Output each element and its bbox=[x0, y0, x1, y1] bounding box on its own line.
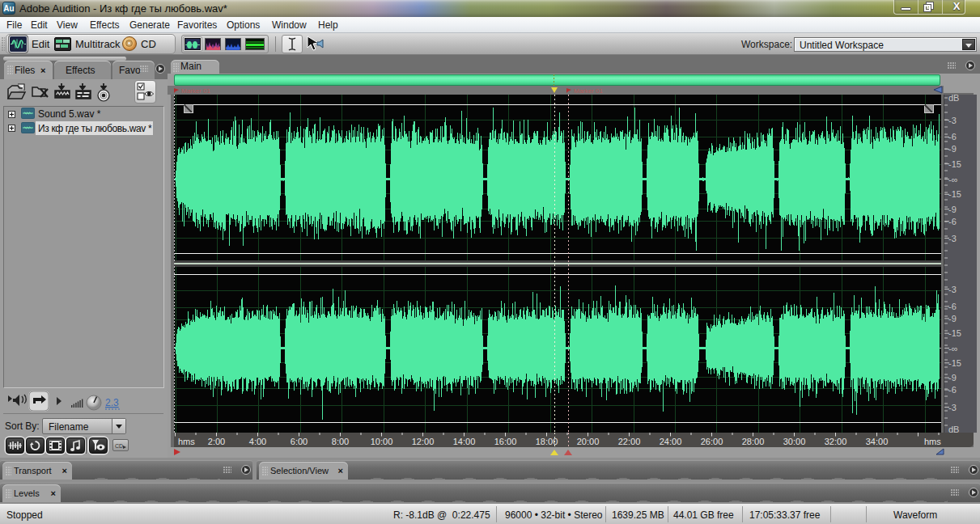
svg-text:-6: -6 bbox=[948, 302, 957, 311]
svg-text:32:00: 32:00 bbox=[825, 437, 847, 446]
svg-text:34:00: 34:00 bbox=[866, 437, 889, 446]
svg-text:-∞: -∞ bbox=[948, 344, 958, 353]
svg-text:16:00: 16:00 bbox=[494, 437, 517, 446]
svg-text:10:00: 10:00 bbox=[371, 437, 393, 446]
svg-text:-3: -3 bbox=[948, 403, 957, 412]
svg-text:-15: -15 bbox=[948, 358, 961, 368]
svg-text:26:00: 26:00 bbox=[701, 437, 723, 446]
svg-text:20:00: 20:00 bbox=[577, 437, 600, 446]
svg-text:hms: hms bbox=[178, 437, 195, 446]
svg-text:-6: -6 bbox=[948, 217, 957, 226]
svg-text:22:00: 22:00 bbox=[618, 437, 641, 446]
svg-text:dB: dB bbox=[948, 95, 959, 103]
svg-text:-6: -6 bbox=[948, 385, 957, 395]
svg-text:24:00: 24:00 bbox=[660, 437, 682, 446]
svg-text:14:00: 14:00 bbox=[453, 437, 476, 446]
svg-text:-15: -15 bbox=[948, 328, 961, 338]
svg-text:-6: -6 bbox=[948, 132, 957, 142]
svg-text:8:00: 8:00 bbox=[332, 437, 349, 446]
svg-text:-∞: -∞ bbox=[948, 175, 958, 184]
svg-text:6:00: 6:00 bbox=[291, 437, 308, 446]
svg-text:-9: -9 bbox=[948, 144, 957, 154]
svg-text:2:00: 2:00 bbox=[208, 437, 225, 446]
svg-text:-9: -9 bbox=[948, 373, 957, 382]
svg-text:4:00: 4:00 bbox=[249, 437, 266, 446]
svg-text:-9: -9 bbox=[948, 314, 957, 323]
svg-text:dB: dB bbox=[948, 425, 959, 433]
svg-text:Marker 01: Marker 01 bbox=[181, 87, 211, 95]
svg-text:-9: -9 bbox=[948, 205, 957, 214]
svg-text:-15: -15 bbox=[948, 189, 961, 199]
svg-text:-15: -15 bbox=[948, 159, 961, 169]
svg-text:Marker 01: Marker 01 bbox=[574, 87, 604, 95]
svg-text:hms: hms bbox=[924, 437, 941, 446]
svg-text:-3: -3 bbox=[948, 116, 957, 125]
svg-text:2.3: 2.3 bbox=[105, 397, 119, 408]
svg-text:28:00: 28:00 bbox=[742, 437, 765, 446]
svg-text:30:00: 30:00 bbox=[783, 437, 806, 446]
svg-text:12:00: 12:00 bbox=[412, 437, 435, 446]
svg-text:-3: -3 bbox=[948, 285, 957, 294]
svg-text:CD: CD bbox=[115, 443, 123, 449]
svg-text:-3: -3 bbox=[948, 234, 957, 243]
